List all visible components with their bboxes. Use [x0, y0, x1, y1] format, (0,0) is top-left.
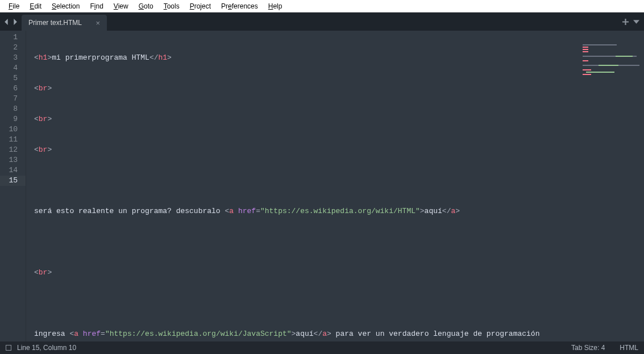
menu-goto[interactable]: Goto: [134, 1, 159, 11]
nav-back-icon[interactable]: [3, 19, 10, 25]
line-number: 10: [0, 124, 26, 135]
tab-primer-text[interactable]: Primer text.HTML ×: [22, 15, 107, 31]
line-number: 11: [0, 135, 26, 145]
tabs-menu-icon[interactable]: [633, 19, 639, 25]
statusbar: Line 15, Column 10 Tab Size: 4 HTML: [0, 341, 644, 354]
line-number: 5: [0, 73, 26, 84]
menu-help[interactable]: Help: [263, 1, 288, 11]
menu-file[interactable]: File: [3, 1, 24, 11]
line-number: 6: [0, 84, 26, 94]
menu-find[interactable]: Find: [85, 1, 108, 11]
menubar: File Edit Selection Find View Goto Tools…: [0, 0, 644, 13]
menu-tools[interactable]: Tools: [159, 1, 185, 11]
close-icon[interactable]: ×: [95, 19, 100, 27]
line-number: 14: [0, 165, 26, 176]
menu-view[interactable]: View: [109, 1, 134, 11]
menu-edit[interactable]: Edit: [24, 1, 47, 11]
line-number: 3: [0, 53, 26, 63]
panel-toggle-icon[interactable]: [6, 345, 11, 351]
new-tab-icon[interactable]: [622, 19, 629, 25]
gutter: 1 2 3 4 5 6 7 8 9 10 11 12 13 14 15: [0, 31, 26, 341]
line-number: 1: [0, 32, 26, 43]
tabbar: Primer text.HTML ×: [0, 13, 644, 31]
code-area[interactable]: <h1>mi primerprograma HTML</h1> <br> <br…: [26, 31, 644, 341]
editor[interactable]: 1 2 3 4 5 6 7 8 9 10 11 12 13 14 15 <h1>…: [0, 31, 644, 341]
menu-project[interactable]: Project: [185, 1, 216, 11]
line-number: 9: [0, 114, 26, 124]
tab-label: Primer text.HTML: [28, 19, 82, 27]
tab-size[interactable]: Tab Size: 4: [571, 344, 605, 352]
nav-arrows: [0, 13, 22, 31]
line-number: 4: [0, 63, 26, 73]
menu-selection[interactable]: Selection: [47, 1, 85, 11]
menu-preferences[interactable]: Preferences: [216, 1, 263, 11]
line-number: 13: [0, 155, 26, 165]
cursor-position[interactable]: Line 15, Column 10: [17, 344, 76, 352]
line-number: 12: [0, 145, 26, 155]
line-number: 8: [0, 104, 26, 114]
line-number: 2: [0, 43, 26, 53]
line-number: 7: [0, 94, 26, 104]
syntax-mode[interactable]: HTML: [620, 344, 638, 352]
line-number: 15: [0, 176, 26, 186]
nav-forward-icon[interactable]: [12, 19, 18, 25]
